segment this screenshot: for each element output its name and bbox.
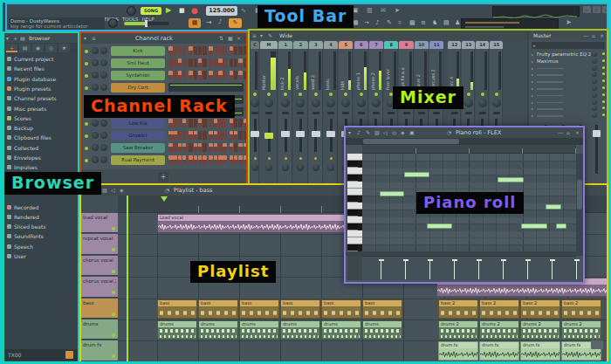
channel-pan-knob[interactable] [92, 132, 99, 139]
browser-item[interactable]: Current project [4, 54, 78, 64]
track-knob[interactable] [326, 99, 335, 107]
mixer-track-tab[interactable]: 5 [339, 41, 353, 49]
channel-pan-knob[interactable] [92, 47, 99, 54]
step-cell[interactable] [214, 58, 218, 67]
step-cell[interactable] [223, 119, 227, 127]
fx-slot-led[interactable] [602, 86, 605, 89]
playhead-line[interactable] [127, 196, 128, 362]
step-cell[interactable] [198, 131, 203, 140]
step-cell[interactable] [209, 155, 213, 164]
fx-slot-led[interactable] [602, 66, 605, 69]
magnet-icon[interactable]: ◈ [401, 129, 405, 135]
strip-knob-2[interactable] [265, 164, 272, 171]
step-cell[interactable] [230, 119, 234, 127]
browser-item[interactable]: Misc presets [4, 104, 78, 113]
browser-item[interactable]: Collected [4, 143, 78, 153]
pan-widget[interactable] [327, 112, 334, 114]
velocity-line[interactable] [552, 259, 553, 279]
white-key[interactable] [347, 203, 362, 209]
pan-widget[interactable] [251, 112, 258, 114]
fx-led[interactable] [254, 157, 257, 160]
fx-slot[interactable]: ▸ [529, 65, 608, 72]
fader-handle[interactable] [251, 131, 259, 137]
list-icon[interactable]: ≡ [92, 35, 96, 41]
step-cell[interactable] [182, 58, 187, 67]
step-cell[interactable] [244, 143, 248, 152]
step-cell[interactable] [218, 71, 223, 79]
fx-slot-led[interactable] [602, 52, 605, 55]
step-cell[interactable] [214, 155, 218, 164]
track-mute-led[interactable] [112, 248, 115, 251]
channel-mute-led[interactable] [85, 147, 88, 150]
track-knob[interactable] [357, 99, 366, 107]
playlist-clip-drums[interactable]: drums [198, 320, 238, 340]
mixer-strip-4[interactable]: 4basic [324, 40, 338, 185]
step-cell[interactable] [168, 155, 173, 164]
fx-slot[interactable]: ▸ [529, 93, 608, 99]
pan-widget[interactable] [465, 112, 472, 114]
step-cell[interactable] [223, 143, 227, 152]
piano-roll-titlebar[interactable]: ▾ ♪ ✎ ▨ ◁ ◎ ◈ ▣ ◔ Piano roll - FLEX — ▫ … [346, 127, 583, 138]
step-cell[interactable] [234, 46, 238, 55]
file-icon[interactable]: ▤ [443, 19, 450, 26]
step-cell[interactable] [218, 46, 223, 55]
song-mode-button[interactable]: SONG [141, 7, 161, 15]
track-mute-led[interactable] [112, 354, 115, 358]
channel-name-button[interactable]: Sml Haut [111, 58, 165, 68]
arm-led[interactable] [284, 93, 287, 96]
playlist-track-header[interactable]: bass [81, 299, 118, 319]
piano-roll-scrollbar[interactable] [346, 138, 583, 145]
pan-widget[interactable] [433, 112, 440, 114]
swap-icon[interactable]: ⇅ [219, 35, 223, 41]
step-cell[interactable] [214, 131, 218, 140]
black-key[interactable] [347, 209, 358, 216]
browser-item[interactable]: Channel presets [4, 93, 78, 103]
playlist-clip-audiofx[interactable]: drum fx [479, 341, 519, 361]
step-cell[interactable] [173, 131, 177, 140]
arrow-icon[interactable]: → [364, 19, 369, 26]
mixer-track-tab[interactable]: 8 [384, 41, 398, 49]
playlist-clip-audiofx[interactable]: drum fx [438, 341, 478, 361]
collapse-icon[interactable]: ▾ [6, 35, 9, 41]
piano-roll-ruler[interactable] [362, 145, 576, 154]
fx-slot-knob[interactable] [592, 100, 597, 105]
step-cell[interactable] [244, 46, 248, 55]
step-cell[interactable] [189, 143, 193, 152]
piano-roll-vscroll[interactable] [576, 154, 583, 251]
playlist-clip-midi[interactable]: bass [362, 299, 402, 319]
step-cell[interactable] [168, 131, 173, 140]
fx-slot-led[interactable] [602, 113, 605, 116]
brush-icon[interactable]: ▨ [102, 187, 107, 193]
track-knob[interactable] [478, 99, 487, 107]
metronome-button[interactable]: ▦ [189, 18, 201, 28]
playlist-track-header[interactable]: chorus vocal [81, 256, 118, 276]
close-button[interactable]: × [602, 6, 608, 13]
step-cell[interactable] [189, 131, 193, 140]
pencil-icon[interactable]: ✎ [268, 32, 272, 38]
step-cell[interactable] [198, 143, 203, 152]
step-cell[interactable] [230, 71, 234, 79]
browser-item[interactable]: Recorded [4, 203, 78, 212]
playlist-track-header[interactable]: repeat vocal [81, 234, 118, 254]
track-knob[interactable] [372, 99, 381, 107]
step-cell[interactable] [203, 58, 207, 67]
add-channel-button[interactable]: + [158, 172, 168, 182]
browser-item[interactable]: User [4, 251, 78, 261]
mixer-track-tab[interactable]: 11 [429, 41, 443, 49]
playlist-clip-drums[interactable]: drums [157, 320, 197, 340]
playlist-clip-midi[interactable]: bass [198, 299, 238, 319]
arm-led[interactable] [253, 93, 257, 96]
playlist-clip-midi[interactable]: bass 2 [438, 299, 478, 319]
step-cell[interactable] [198, 119, 203, 127]
arm-led[interactable] [481, 93, 484, 96]
minimize-icon[interactable]: — [583, 32, 588, 38]
step-cell[interactable] [168, 71, 173, 79]
step-cell[interactable] [238, 155, 243, 164]
step-cell[interactable] [234, 143, 238, 152]
step-cell[interactable] [194, 119, 198, 127]
step-cell[interactable] [168, 143, 173, 152]
step-cell[interactable] [198, 71, 203, 79]
step-cell[interactable] [234, 119, 238, 127]
fx-led[interactable] [268, 157, 271, 160]
render-icon[interactable]: ▥ [367, 7, 373, 14]
